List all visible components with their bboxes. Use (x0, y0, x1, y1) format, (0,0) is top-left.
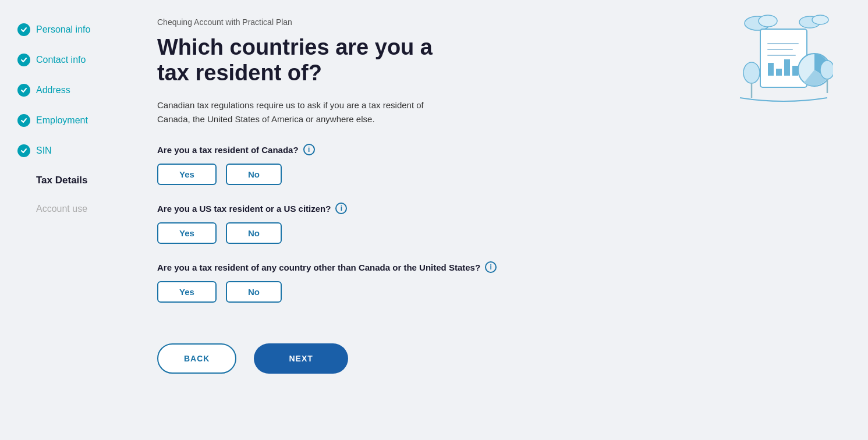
sidebar: Personal info Contact info Address Emplo… (0, 0, 134, 440)
sidebar-label-contact-info: Contact info (36, 55, 86, 65)
sidebar-label-personal-info: Personal info (36, 24, 90, 35)
sidebar-label-employment: Employment (36, 115, 88, 126)
sidebar-item-employment[interactable]: Employment (17, 114, 116, 127)
svg-rect-8 (768, 63, 774, 76)
svg-rect-11 (792, 66, 798, 76)
check-icon-sin (17, 144, 30, 157)
page-layout: Personal info Contact info Address Emplo… (0, 0, 868, 440)
page-description: Canadian tax regulations require us to a… (157, 98, 448, 126)
footer-actions: BACK NEXT (157, 343, 833, 374)
btn-group-canada: Yes No (157, 164, 833, 185)
question-block-canada: Are you a tax resident of Canada? i Yes … (157, 144, 833, 185)
btn-us-yes[interactable]: Yes (157, 222, 217, 244)
next-button[interactable]: NEXT (254, 343, 348, 374)
question-label-other: Are you a tax resident of any country ot… (157, 261, 833, 273)
sidebar-label-address: Address (36, 85, 70, 95)
btn-group-us: Yes No (157, 222, 833, 244)
info-icon-canada[interactable]: i (303, 144, 315, 155)
btn-us-no[interactable]: No (226, 222, 282, 244)
btn-other-yes[interactable]: Yes (157, 281, 217, 303)
question-block-us: Are you a US tax resident or a US citize… (157, 203, 833, 244)
question-label-us: Are you a US tax resident or a US citize… (157, 203, 833, 214)
btn-canada-no[interactable]: No (226, 164, 282, 185)
sidebar-item-sin[interactable]: SIN (17, 144, 116, 157)
svg-rect-10 (784, 59, 790, 76)
check-icon-personal-info (17, 23, 30, 36)
svg-point-3 (812, 15, 828, 24)
sidebar-item-tax-details[interactable]: Tax Details (17, 175, 116, 186)
svg-point-13 (743, 62, 760, 83)
sidebar-item-personal-info[interactable]: Personal info (17, 23, 116, 36)
check-icon-address (17, 84, 30, 97)
check-icon-employment (17, 114, 30, 127)
check-icon-contact-info (17, 54, 30, 66)
back-button[interactable]: BACK (157, 343, 236, 374)
main-content: Chequing Account with Practical Plan Whi… (134, 0, 868, 440)
info-icon-us[interactable]: i (335, 203, 347, 214)
sidebar-item-contact-info[interactable]: Contact info (17, 54, 116, 66)
btn-other-no[interactable]: No (226, 281, 282, 303)
svg-rect-9 (776, 69, 782, 76)
illustration (728, 12, 833, 111)
page-title: Which countries are you a tax resident o… (157, 35, 460, 86)
svg-point-15 (820, 61, 833, 79)
btn-group-other: Yes No (157, 281, 833, 303)
sidebar-label-sin: SIN (36, 146, 52, 156)
sidebar-label-tax-details: Tax Details (36, 175, 88, 186)
sidebar-item-address[interactable]: Address (17, 84, 116, 97)
info-icon-other[interactable]: i (485, 261, 497, 273)
btn-canada-yes[interactable]: Yes (157, 164, 217, 185)
question-label-canada: Are you a tax resident of Canada? i (157, 144, 833, 155)
svg-point-1 (759, 15, 777, 27)
question-block-other: Are you a tax resident of any country ot… (157, 261, 833, 303)
sidebar-label-account-use: Account use (36, 204, 87, 214)
sidebar-item-account-use[interactable]: Account use (17, 204, 116, 214)
svg-rect-4 (760, 29, 807, 87)
